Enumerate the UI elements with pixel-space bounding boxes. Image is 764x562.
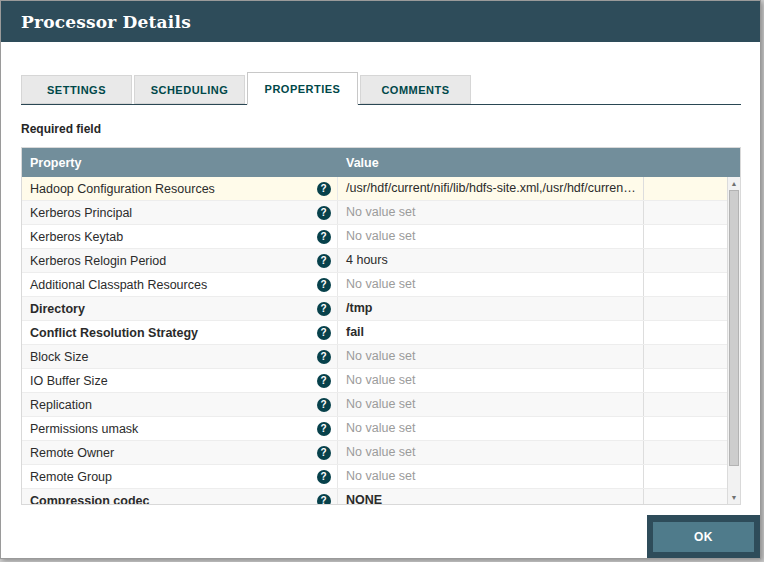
help-icon[interactable]: ?: [317, 278, 331, 292]
processor-details-dialog: Processor Details SETTINGSSCHEDULINGPROP…: [0, 0, 761, 559]
help-cell: ?: [310, 201, 338, 224]
property-value[interactable]: No value set: [338, 369, 644, 392]
scroll-up-button[interactable]: ▲: [728, 177, 740, 190]
row-filler: [644, 321, 727, 344]
property-value[interactable]: No value set: [338, 345, 644, 368]
table-row[interactable]: Replication?No value set: [22, 393, 727, 417]
property-value[interactable]: No value set: [338, 201, 644, 224]
help-icon[interactable]: ?: [317, 470, 331, 484]
help-cell: ?: [310, 417, 338, 440]
column-header-value: Value: [338, 156, 644, 170]
property-value[interactable]: No value set: [338, 465, 644, 488]
help-cell: ?: [310, 369, 338, 392]
required-field-note: Required field: [21, 122, 741, 136]
table-row[interactable]: Permissions umask?No value set: [22, 417, 727, 441]
vertical-scrollbar[interactable]: ▲ ▼: [727, 177, 740, 504]
row-filler: [644, 345, 727, 368]
property-name: IO Buffer Size: [22, 369, 310, 392]
property-value[interactable]: No value set: [338, 225, 644, 248]
row-filler: [644, 465, 727, 488]
property-value[interactable]: /usr/hdf/current/nifi/lib/hdfs-site.xml,…: [338, 177, 644, 200]
property-value[interactable]: No value set: [338, 417, 644, 440]
scroll-down-button[interactable]: ▼: [728, 491, 740, 504]
help-cell: ?: [310, 321, 338, 344]
table-row[interactable]: Additional Classpath Resources?No value …: [22, 273, 727, 297]
row-filler: [644, 273, 727, 296]
property-name: Block Size: [22, 345, 310, 368]
help-icon[interactable]: ?: [317, 350, 331, 364]
row-filler: [644, 441, 727, 464]
table-body: Hadoop Configuration Resources?/usr/hdf/…: [22, 177, 727, 504]
property-name: Hadoop Configuration Resources: [22, 177, 310, 200]
help-cell: ?: [310, 249, 338, 272]
property-name: Kerberos Relogin Period: [22, 249, 310, 272]
tab-scheduling[interactable]: SCHEDULING: [134, 75, 245, 104]
help-cell: ?: [310, 345, 338, 368]
table-row[interactable]: IO Buffer Size?No value set: [22, 369, 727, 393]
help-icon[interactable]: ?: [317, 374, 331, 388]
property-value[interactable]: 4 hours: [338, 249, 644, 272]
property-name: Kerberos Principal: [22, 201, 310, 224]
row-filler: [644, 249, 727, 272]
property-value[interactable]: No value set: [338, 441, 644, 464]
properties-table: Property Value Hadoop Configuration Reso…: [21, 147, 741, 505]
help-icon[interactable]: ?: [317, 182, 331, 196]
help-icon[interactable]: ?: [317, 326, 331, 340]
table-row[interactable]: Kerberos Relogin Period?4 hours: [22, 249, 727, 273]
tab-comments[interactable]: COMMENTS: [360, 75, 471, 104]
table-row[interactable]: Conflict Resolution Strategy?fail: [22, 321, 727, 345]
table-row[interactable]: Compression codec?NONE: [22, 489, 727, 504]
tab-bar: SETTINGSSCHEDULINGPROPERTIESCOMMENTS: [21, 72, 741, 105]
property-name: Replication: [22, 393, 310, 416]
tab-properties[interactable]: PROPERTIES: [247, 72, 358, 105]
help-icon[interactable]: ?: [317, 206, 331, 220]
help-icon[interactable]: ?: [317, 230, 331, 244]
property-name: Remote Owner: [22, 441, 310, 464]
help-cell: ?: [310, 297, 338, 320]
property-value[interactable]: No value set: [338, 273, 644, 296]
property-value[interactable]: NONE: [338, 489, 644, 504]
help-icon[interactable]: ?: [317, 494, 331, 505]
table-row[interactable]: Hadoop Configuration Resources?/usr/hdf/…: [22, 177, 727, 201]
help-cell: ?: [310, 393, 338, 416]
dialog-title: Processor Details: [21, 12, 191, 32]
property-name: Additional Classpath Resources: [22, 273, 310, 296]
property-name: Kerberos Keytab: [22, 225, 310, 248]
row-filler: [644, 297, 727, 320]
scrollbar-thumb[interactable]: [729, 190, 739, 466]
table-row[interactable]: Remote Owner?No value set: [22, 441, 727, 465]
property-name: Remote Group: [22, 465, 310, 488]
property-name: Directory: [22, 297, 310, 320]
help-cell: ?: [310, 489, 338, 504]
help-icon[interactable]: ?: [317, 302, 331, 316]
row-filler: [644, 489, 727, 504]
property-name: Permissions umask: [22, 417, 310, 440]
help-icon[interactable]: ?: [317, 254, 331, 268]
dialog-footer: OK: [647, 515, 760, 558]
help-icon[interactable]: ?: [317, 398, 331, 412]
table-row[interactable]: Remote Group?No value set: [22, 465, 727, 489]
table-row[interactable]: Directory?/tmp: [22, 297, 727, 321]
column-header-property: Property: [22, 156, 338, 170]
help-icon[interactable]: ?: [317, 422, 331, 436]
property-value[interactable]: No value set: [338, 393, 644, 416]
row-filler: [644, 417, 727, 440]
help-cell: ?: [310, 273, 338, 296]
help-icon[interactable]: ?: [317, 446, 331, 460]
tab-settings[interactable]: SETTINGS: [21, 75, 132, 104]
table-header-row: Property Value: [22, 148, 740, 177]
row-filler: [644, 177, 727, 200]
row-filler: [644, 225, 727, 248]
help-cell: ?: [310, 177, 338, 200]
ok-button[interactable]: OK: [653, 522, 754, 552]
table-row[interactable]: Block Size?No value set: [22, 345, 727, 369]
dialog-header: Processor Details: [1, 1, 760, 42]
row-filler: [644, 201, 727, 224]
property-value[interactable]: /tmp: [338, 297, 644, 320]
help-cell: ?: [310, 225, 338, 248]
table-row[interactable]: Kerberos Principal?No value set: [22, 201, 727, 225]
property-name: Conflict Resolution Strategy: [22, 321, 310, 344]
table-row[interactable]: Kerberos Keytab?No value set: [22, 225, 727, 249]
property-name: Compression codec: [22, 489, 310, 504]
property-value[interactable]: fail: [338, 321, 644, 344]
